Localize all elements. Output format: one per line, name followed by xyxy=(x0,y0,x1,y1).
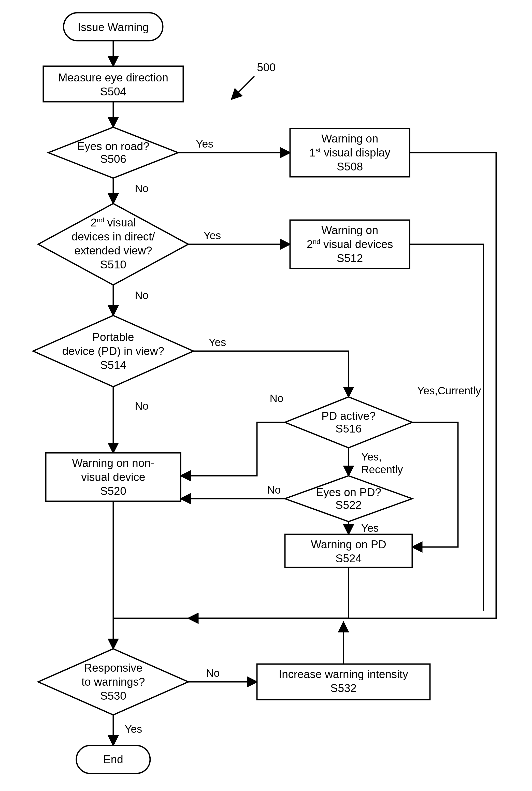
s516-yes-rec1: Yes, xyxy=(361,451,382,463)
s522-l2: S522 xyxy=(336,499,362,511)
s516-l2: S516 xyxy=(336,422,362,435)
s514-l3: S514 xyxy=(100,359,127,371)
end-label: End xyxy=(103,753,123,766)
ref-number: 500 xyxy=(257,61,276,74)
s514-no: No xyxy=(135,400,149,412)
s514-yes: Yes xyxy=(209,336,226,348)
svg-line-0 xyxy=(231,76,254,99)
s524-l2: S524 xyxy=(336,552,362,564)
s522-l1: Eyes on PD? xyxy=(316,486,381,498)
s510-yes: Yes xyxy=(204,230,221,242)
s508-l2: 1st visual display xyxy=(309,146,391,159)
s512-l1: Warning on xyxy=(321,224,378,236)
s510-no: No xyxy=(135,289,149,301)
s510-l4: S510 xyxy=(100,258,127,271)
s520-l2: visual device xyxy=(81,471,145,483)
s506-yes: Yes xyxy=(196,138,213,150)
s530-l2: to warnings? xyxy=(81,675,145,688)
s532-l2: S532 xyxy=(330,682,357,694)
s510-l2: devices in direct/ xyxy=(72,230,155,243)
s532-l1: Increase warning intensity xyxy=(279,668,408,680)
s506-l2: S506 xyxy=(100,153,127,165)
s514-l1: Portable xyxy=(92,331,134,343)
s506-l1: Eyes on road? xyxy=(77,140,149,152)
s508-l1: Warning on xyxy=(321,132,378,145)
s520-l1: Warning on non- xyxy=(72,457,154,469)
s516-no: No xyxy=(270,392,283,404)
s506-no: No xyxy=(135,182,149,194)
s530-l1: Responsive xyxy=(84,661,142,674)
s530-l3: S530 xyxy=(100,690,127,702)
s516-l1: PD active? xyxy=(322,410,376,422)
s522-yes: Yes xyxy=(361,522,379,534)
s512-l3: S512 xyxy=(337,252,363,264)
s516-yes-rec2: Recently xyxy=(361,464,403,476)
s504-l1: Measure eye direction xyxy=(58,71,168,84)
s530-yes: Yes xyxy=(125,723,142,735)
flowchart: 500 Issue Warning Measure eye direction … xyxy=(0,0,532,791)
start-label: Issue Warning xyxy=(78,21,149,33)
s508-l3: S508 xyxy=(337,160,363,173)
s510-l3: extended view? xyxy=(74,244,152,257)
s530-no: No xyxy=(206,667,220,679)
s520-l3: S520 xyxy=(100,485,127,497)
s522-no: No xyxy=(267,484,281,496)
s514-l2: device (PD) in view? xyxy=(62,345,164,357)
s524-l1: Warning on PD xyxy=(311,538,386,551)
s516-yes-curr: Yes,Currently xyxy=(417,385,481,397)
s504-l2: S504 xyxy=(100,85,127,98)
